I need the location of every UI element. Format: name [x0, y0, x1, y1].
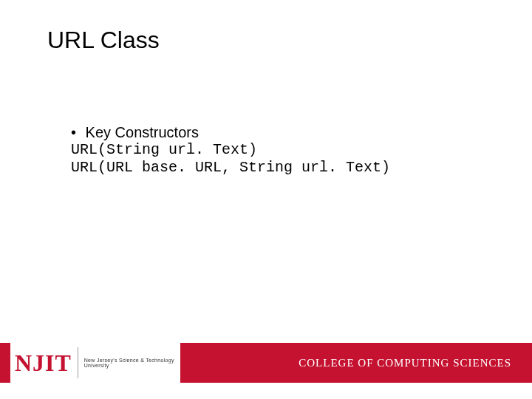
page-title: URL Class — [47, 27, 160, 54]
divider — [78, 347, 78, 378]
slide: URL Class • Key Constructors URL(String … — [0, 0, 532, 399]
njit-mark: NJIT — [15, 349, 72, 377]
bullet-item: • Key Constructors — [71, 124, 488, 141]
njit-logo: NJIT New Jersey's Science & Technology U… — [10, 337, 180, 389]
bullet-label: Key Constructors — [86, 124, 199, 140]
bullet-icon: • — [71, 124, 81, 141]
college-name: COLLEGE OF COMPUTING SCIENCES — [299, 357, 511, 369]
code-line-1: URL(String url. Text) — [71, 141, 488, 159]
code-line-2: URL(URL base. URL, String url. Text) — [71, 159, 488, 177]
njit-subtitle: New Jersey's Science & Technology Univer… — [84, 358, 180, 369]
njit-logo-block: NJIT New Jersey's Science & Technology U… — [10, 347, 180, 378]
slide-content: • Key Constructors URL(String url. Text)… — [71, 124, 488, 177]
